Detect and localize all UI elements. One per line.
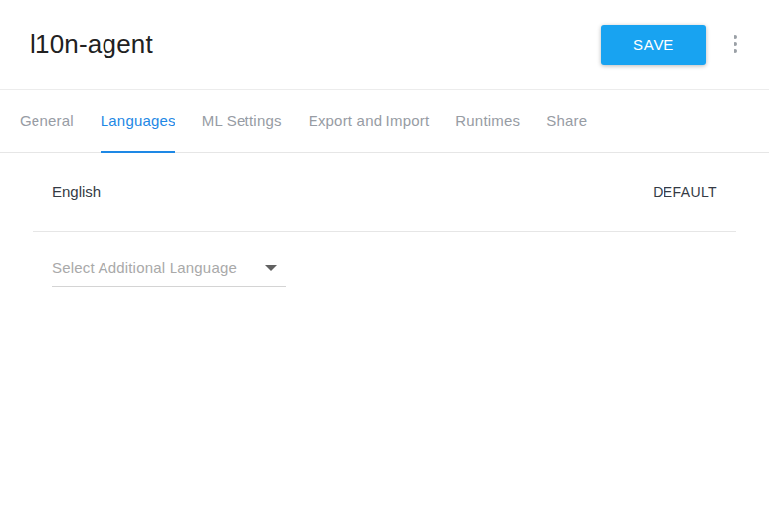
tab-general[interactable]: General (20, 90, 74, 152)
language-name: English (52, 183, 101, 200)
tab-ml-settings[interactable]: ML Settings (202, 90, 282, 152)
app-header: l10n-agent SAVE (0, 0, 769, 90)
tab-share[interactable]: Share (546, 90, 587, 152)
tab-export-and-import[interactable]: Export and Import (309, 90, 430, 152)
languages-panel: English DEFAULT Select Additional Langua… (0, 153, 769, 287)
additional-language-select[interactable]: Select Additional Language (52, 249, 286, 287)
kebab-dot (734, 49, 737, 53)
caret-down-icon[interactable] (265, 265, 277, 271)
agent-title: l10n-agent (30, 30, 153, 60)
save-button[interactable]: SAVE (601, 25, 706, 65)
default-language-row: English DEFAULT (33, 153, 736, 232)
tab-languages-label: Languages (101, 112, 175, 129)
kebab-menu-icon[interactable] (726, 25, 745, 64)
kebab-dot (734, 42, 737, 46)
tab-languages[interactable]: Languages (101, 90, 175, 152)
tab-runtimes[interactable]: Runtimes (455, 90, 520, 152)
active-tab-underline (101, 151, 175, 153)
default-language-badge: DEFAULT (653, 184, 717, 200)
additional-language-placeholder: Select Additional Language (52, 259, 237, 276)
settings-tab-bar: General Languages ML Settings Export and… (0, 90, 769, 153)
kebab-dot (734, 35, 737, 39)
